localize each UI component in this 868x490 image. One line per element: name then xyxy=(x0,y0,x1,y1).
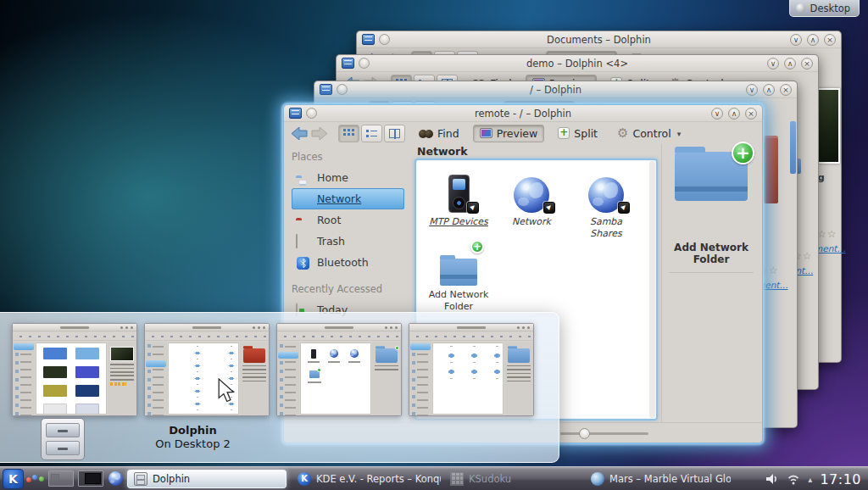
volume-icon[interactable] xyxy=(765,473,779,485)
details-view-button[interactable] xyxy=(384,125,405,142)
window-title: Documents – Dolphin xyxy=(408,34,790,46)
sidebar-item-bluetooth[interactable]: Bluetooth xyxy=(292,252,404,273)
minimize-button[interactable]: ∨ xyxy=(711,108,723,120)
thumbnail-toolbar xyxy=(13,331,136,341)
popup-desktop-label: On Desktop 2 xyxy=(119,437,267,450)
media-player-icon xyxy=(448,175,470,213)
thumbnail-content xyxy=(300,342,371,415)
sidebar-item-root[interactable]: Root xyxy=(292,209,404,231)
file-item-add-network-folder[interactable]: + Add Network Folder xyxy=(426,243,491,313)
close-button[interactable]: × xyxy=(780,84,792,96)
maximize-button[interactable]: ∧ xyxy=(807,34,819,46)
scrollbar[interactable] xyxy=(649,161,655,418)
file-item-samba-shares[interactable]: Samba Shares xyxy=(574,170,638,240)
find-button[interactable]: Find xyxy=(413,125,465,142)
window-title: / – Dolphin xyxy=(365,84,746,96)
home-folder-icon xyxy=(508,348,530,363)
file-item-mtp-devices[interactable]: MTP Devices xyxy=(426,170,491,228)
bluetooth-icon xyxy=(297,257,309,270)
trash-icon xyxy=(296,234,298,248)
forward-icon[interactable] xyxy=(311,127,327,140)
dolphin-cabinet-icon xyxy=(41,418,85,460)
close-button[interactable]: × xyxy=(824,34,836,46)
folder-plus-icon xyxy=(440,259,477,286)
compact-view-button[interactable] xyxy=(361,125,382,142)
minimize-button[interactable]: ∨ xyxy=(746,84,758,96)
red-folder-icon xyxy=(243,348,265,363)
window-title: remote - / – Dolphin xyxy=(335,108,711,120)
network-signal-icon[interactable] xyxy=(787,474,800,485)
close-button[interactable]: × xyxy=(801,58,813,70)
window-menu-button[interactable] xyxy=(359,58,370,69)
thumbnail-info-panel xyxy=(240,342,269,415)
window-menu-button[interactable] xyxy=(306,108,317,119)
dolphin-app-icon xyxy=(289,108,302,119)
minimize-button[interactable]: ∨ xyxy=(767,58,779,70)
maximize-button[interactable]: ∧ xyxy=(763,84,775,96)
rating-stars[interactable]: ☆☆ xyxy=(817,228,837,240)
zoom-slider[interactable] xyxy=(560,432,648,435)
window-thumbnail-root[interactable] xyxy=(144,323,270,416)
close-button[interactable]: × xyxy=(745,108,757,120)
maximize-button[interactable]: ∧ xyxy=(784,58,796,70)
titlebar[interactable]: / – Dolphin ∨ ∧ × xyxy=(314,81,797,98)
plus-icon: + xyxy=(558,127,570,139)
zoom-slider-knob[interactable] xyxy=(579,428,590,439)
thumbnail-sidebar xyxy=(409,342,431,415)
plus-badge-icon: + xyxy=(470,240,484,253)
window-title: demo – Dolphin <4> xyxy=(387,58,767,70)
scrollbar-thumb[interactable] xyxy=(790,121,796,174)
information-panel: + Add Network Folder xyxy=(661,144,760,422)
sidebar-item-home[interactable]: Home xyxy=(292,167,404,188)
info-panel-divider xyxy=(669,272,754,273)
dolphin-app-icon xyxy=(320,84,332,95)
sidebar-item-network[interactable]: Network xyxy=(292,188,404,209)
location-breadcrumb[interactable]: Network xyxy=(413,144,660,158)
task-dolphin[interactable]: Dolphin xyxy=(127,470,287,488)
pager-desktop-2[interactable] xyxy=(78,471,103,487)
maximize-button[interactable]: ∧ xyxy=(728,108,740,120)
pager-desktop-1[interactable] xyxy=(48,471,74,487)
toolbar: Find Preview +Split ⚙Control▾ xyxy=(284,122,762,144)
icons-view-button[interactable] xyxy=(338,125,359,142)
preview-button[interactable]: Preview xyxy=(473,125,545,142)
titlebar[interactable]: demo – Dolphin <4> ∨ ∧ × xyxy=(337,55,818,72)
info-panel-image-preview xyxy=(816,88,840,164)
control-button[interactable]: ⚙Control▾ xyxy=(611,125,687,142)
popup-app-name: Dolphin xyxy=(119,424,267,437)
file-item-network[interactable]: Network xyxy=(499,170,564,228)
thumbnail-info-panel xyxy=(504,342,533,415)
titlebar[interactable]: remote - / – Dolphin ∨ ∧ × xyxy=(284,105,762,122)
mouse-cursor xyxy=(217,378,236,404)
titlebar[interactable]: Documents – Dolphin ∨ ∧ × xyxy=(357,31,841,48)
clock[interactable]: 17:10 xyxy=(820,471,861,487)
kde-menu-button[interactable]: K xyxy=(3,469,24,489)
plus-badge-icon: + xyxy=(732,142,754,164)
back-icon[interactable] xyxy=(292,127,308,140)
split-button[interactable]: +Split xyxy=(552,125,604,142)
task-konqueror[interactable]: K KDE e.V. - Reports – Konqueror xyxy=(292,470,441,488)
task-marble[interactable]: Mars – Marble Virtual Globe xyxy=(585,470,731,488)
desktop: Desktop Documents – Dolphin ∨ ∧ × Find xyxy=(0,0,868,490)
minimize-button[interactable]: ∨ xyxy=(790,34,802,46)
link-emblem-icon xyxy=(543,202,555,214)
colored-dots-launcher-icon[interactable] xyxy=(26,474,45,484)
globe-launcher-icon[interactable] xyxy=(108,471,123,486)
window-thumbnail-documents[interactable] xyxy=(12,323,137,416)
window-thumbnail-home[interactable] xyxy=(409,323,534,416)
sidebar-item-trash[interactable]: Trash xyxy=(292,231,404,252)
task-preview-popup: Dolphin On Desktop 2 xyxy=(0,312,559,463)
tray-expander-icon[interactable]: ▴ xyxy=(808,475,812,484)
gear-icon: ⚙ xyxy=(617,127,628,140)
window-menu-button[interactable] xyxy=(337,84,348,95)
konqueror-icon: K xyxy=(298,472,311,486)
desktop-toolbox-button[interactable]: Desktop xyxy=(789,0,860,17)
thumbnail-sidebar xyxy=(277,342,299,415)
thumbnail-sidebar xyxy=(13,342,35,415)
window-thumbnail-remote[interactable] xyxy=(276,323,402,416)
task-ksudoku[interactable]: KSudoku xyxy=(444,470,515,488)
ksudoku-grid-icon xyxy=(450,472,464,486)
window-menu-button[interactable] xyxy=(379,34,390,45)
plasma-cashew-icon xyxy=(796,3,805,13)
recently-accessed-header: Recently Accessed xyxy=(292,283,404,295)
